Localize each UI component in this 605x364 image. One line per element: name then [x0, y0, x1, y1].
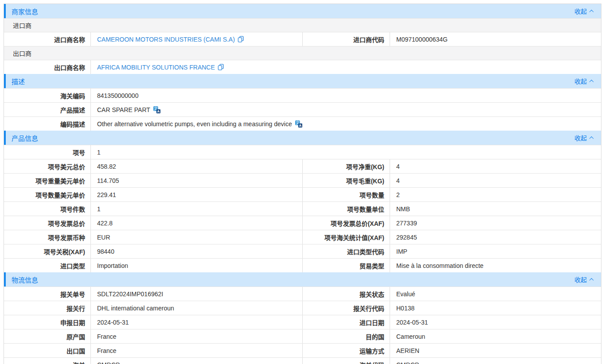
field-value: 1 — [90, 145, 601, 159]
field-value: Other alternative volumetric pumps, even… — [90, 117, 601, 131]
field-value: 4 — [390, 159, 601, 173]
field-label: 项号发票总价(XAF) — [302, 216, 390, 230]
field-label: 项号数量美元单价 — [4, 188, 90, 201]
group-label: 出口商 — [13, 49, 31, 58]
field-label: 项号净重(KG) — [302, 159, 390, 173]
field-value: DHL international cameroun — [90, 301, 302, 315]
section-header-merchant: 商家信息 收起 — [4, 4, 601, 18]
field-label: 编码描述 — [4, 117, 90, 131]
field-row: 项号发票总价 422.8 项号发票总价(XAF) 277339 — [4, 216, 601, 230]
field-label: 目的国 — [302, 329, 390, 343]
field-row: 进口商名称 CAMEROON MOTORS INDUSTRIES (CAMI S… — [4, 32, 601, 46]
field-label: 项号件数 — [4, 202, 90, 216]
field-label: 海关代码 — [302, 358, 390, 364]
field-value: IMP — [390, 244, 601, 258]
field-value: Importation — [90, 259, 302, 272]
field-value: 1 — [90, 202, 302, 216]
chevron-up-icon — [589, 278, 594, 282]
field-label: 原产国 — [4, 329, 90, 343]
field-label: 项号发票币种 — [4, 230, 90, 244]
field-row: 项号关税(XAF) 98440 进口类型代码 IMP — [4, 244, 601, 258]
chevron-up-icon — [589, 9, 594, 14]
collapse-label: 收起 — [574, 133, 587, 142]
field-row: 编码描述 Other alternative volumetric pumps,… — [4, 116, 601, 131]
field-row: 项号 1 — [4, 145, 601, 159]
section-header-product: 产品信息 收起 — [4, 131, 601, 145]
chevron-up-icon — [589, 136, 594, 140]
field-label: 申报日期 — [4, 315, 90, 329]
field-label: 报关状态 — [302, 287, 390, 301]
field-label: 项号重量美元单价 — [4, 174, 90, 187]
collapse-button[interactable]: 收起 — [574, 133, 593, 142]
field-label: 进口商代码 — [302, 32, 390, 46]
translate-icon[interactable] — [153, 106, 160, 113]
field-value: M097100000634G — [390, 32, 601, 46]
field-value: CMDCP — [390, 358, 601, 364]
field-row: 项号数量美元单价 229.41 项号数量 2 — [4, 187, 601, 201]
section-header-logistics: 物流信息 收起 — [4, 272, 601, 287]
field-label: 项号海关统计值(XAF) — [302, 230, 390, 244]
copy-icon[interactable] — [218, 64, 224, 70]
field-value: 98440 — [90, 244, 302, 258]
importer-name-link[interactable]: CAMEROON MOTORS INDUSTRIES (CAMI S.A) — [97, 36, 244, 43]
field-row: 原产国 France 目的国 Cameroun — [4, 329, 601, 343]
collapse-button[interactable]: 收起 — [574, 7, 593, 15]
field-label: 进口类型代码 — [302, 244, 390, 258]
field-value: CMDCP — [90, 358, 302, 364]
field-value: NMB — [390, 202, 601, 216]
field-row: 项号发票币种 EUR 项号海关统计值(XAF) 292845 — [4, 230, 601, 244]
field-row: 项号重量美元单价 114.705 项号毛重(KG) 4 — [4, 173, 601, 187]
field-label: 进口类型 — [4, 259, 90, 272]
collapse-label: 收起 — [574, 77, 587, 85]
field-value: EUR — [90, 230, 302, 244]
field-label: 项号毛重(KG) — [302, 174, 390, 187]
field-label: 报关行代码 — [302, 301, 390, 315]
field-label: 贸易类型 — [302, 259, 390, 272]
section-title: 商家信息 — [12, 7, 38, 16]
collapse-label: 收起 — [574, 275, 587, 284]
field-label: 出口国 — [4, 344, 90, 357]
section-accent-bar — [4, 74, 6, 88]
field-value: France — [90, 344, 302, 357]
field-label: 项号 — [4, 145, 90, 159]
field-label: 报关行 — [4, 301, 90, 315]
exporter-name-link[interactable]: AFRICA MOBILITY SOLUTIONS FRANCE — [97, 64, 224, 71]
field-label: 项号数量单位 — [302, 202, 390, 216]
collapse-button[interactable]: 收起 — [574, 275, 593, 284]
field-value: 2024-05-31 — [90, 315, 302, 329]
field-label: 出口商名称 — [4, 60, 90, 74]
field-value: 2 — [390, 188, 601, 201]
field-row: 海关 CMDCP 海关代码 CMDCP — [4, 357, 601, 364]
chevron-up-icon — [589, 79, 594, 84]
section-title: 物流信息 — [12, 275, 38, 284]
field-row: 项号美元总价 458.82 项号净重(KG) 4 — [4, 159, 601, 173]
section-accent-bar — [4, 272, 6, 287]
field-label: 运输方式 — [302, 344, 390, 357]
field-value: 277339 — [390, 216, 601, 230]
field-value: 229.41 — [90, 188, 302, 201]
field-value: Mise à la consommation directe — [390, 259, 601, 272]
field-value: Evalué — [390, 287, 601, 301]
section-accent-bar — [4, 4, 6, 18]
section-accent-bar — [4, 131, 6, 145]
field-label: 项号美元总价 — [4, 159, 90, 173]
group-row-exporter: 出口商 — [4, 46, 601, 60]
field-value: CAR SPARE PART — [90, 103, 601, 116]
field-label: 报关单号 — [4, 287, 90, 301]
field-label: 项号关税(XAF) — [4, 244, 90, 258]
group-label: 进口商 — [13, 21, 31, 30]
field-label: 海关 — [4, 358, 90, 364]
trade-record-panel: 商家信息 收起 进口商 进口商名称 CAMEROON MOTORS INDUST… — [4, 4, 601, 364]
section-title: 产品信息 — [12, 133, 38, 143]
field-label: 进口商名称 — [4, 32, 90, 46]
field-row: 项号件数 1 项号数量单位 NMB — [4, 201, 601, 216]
copy-icon[interactable] — [238, 36, 244, 43]
field-value: 114.705 — [90, 174, 302, 187]
field-value: 2024-05-31 — [390, 315, 601, 329]
section-title: 描述 — [12, 77, 25, 86]
field-row: 出口商名称 AFRICA MOBILITY SOLUTIONS FRANCE — [4, 60, 601, 74]
field-row: 海关编码 841350000000 — [4, 88, 601, 102]
collapse-button[interactable]: 收起 — [574, 77, 593, 85]
field-row: 申报日期 2024-05-31 进口日期 2024-05-31 — [4, 315, 601, 329]
translate-icon[interactable] — [295, 120, 302, 128]
